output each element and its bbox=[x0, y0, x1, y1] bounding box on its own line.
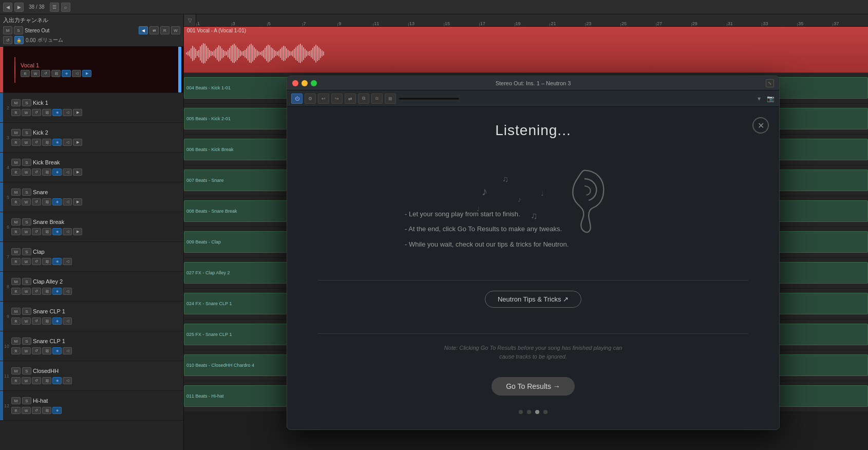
loop-btn[interactable]: ↺ bbox=[32, 407, 41, 414]
w-btn[interactable]: W bbox=[22, 347, 31, 354]
go-to-results-button[interactable]: Go To Results → bbox=[492, 377, 575, 396]
loop-btn[interactable]: ↺ bbox=[32, 198, 41, 205]
fx-btn[interactable]: ▶ bbox=[73, 228, 82, 235]
m-btn[interactable]: M bbox=[11, 338, 21, 345]
close-dot[interactable] bbox=[292, 80, 298, 86]
chain-btn[interactable]: ⛓ bbox=[51, 70, 61, 77]
list-view-btn[interactable]: ☰ bbox=[50, 3, 59, 12]
pan-btn[interactable]: ◁ bbox=[63, 377, 72, 384]
w-btn[interactable]: W bbox=[22, 377, 31, 384]
plugin-btn[interactable]: ◈ bbox=[52, 109, 62, 116]
s-btn[interactable]: S bbox=[22, 218, 31, 226]
plugin-btn[interactable]: ◈ bbox=[52, 317, 62, 325]
m-btn[interactable]: M bbox=[11, 367, 21, 374]
arrow-icon[interactable]: ▾ bbox=[754, 94, 764, 103]
m-btn[interactable]: M bbox=[11, 99, 21, 106]
pan-btn[interactable]: ◁ bbox=[63, 109, 72, 116]
w-btn[interactable]: W bbox=[22, 407, 31, 414]
redo-btn[interactable]: ↪ bbox=[331, 93, 343, 104]
r-btn[interactable]: R bbox=[11, 288, 21, 295]
neutron-tips-button[interactable]: Neutron Tips & Tricks ↗ bbox=[485, 291, 581, 308]
w-btn[interactable]: W bbox=[22, 288, 31, 295]
fx-btn[interactable]: ▶ bbox=[73, 109, 82, 116]
fx-btn[interactable]: ▶ bbox=[73, 139, 82, 146]
arrow-left-btn[interactable]: ◀ bbox=[3, 3, 12, 12]
loop-btn[interactable]: ↺ bbox=[32, 139, 41, 146]
page-dot-2[interactable] bbox=[527, 410, 531, 414]
pan-btn[interactable]: ◁ bbox=[63, 317, 72, 325]
loop-btn[interactable]: ↺ bbox=[32, 288, 41, 295]
m-btn[interactable]: M bbox=[3, 26, 12, 34]
w-btn[interactable]: W bbox=[22, 317, 31, 325]
m-btn[interactable]: M bbox=[11, 189, 21, 196]
chain-btn[interactable]: ⛓ bbox=[42, 228, 51, 235]
r-btn[interactable]: R bbox=[11, 347, 21, 354]
plugin-btn[interactable]: ◈ bbox=[52, 139, 62, 146]
neutron-dialog-close[interactable]: ✕ bbox=[752, 117, 769, 134]
loop-btn[interactable]: ↺ bbox=[32, 377, 41, 384]
plugin-btn[interactable]: ◈ bbox=[52, 258, 62, 265]
r-btn[interactable]: R bbox=[11, 228, 21, 235]
track-row[interactable]: Vocal 1 R W ↺ ⛓ ◈ ◁ ▶ bbox=[0, 47, 183, 93]
w-btn[interactable]: W bbox=[22, 168, 31, 176]
search-btn[interactable]: ⌕ bbox=[61, 3, 70, 12]
io-flip-btn[interactable]: ⇄ bbox=[149, 26, 159, 34]
r-btn[interactable]: R bbox=[11, 317, 21, 325]
m-btn[interactable]: M bbox=[11, 218, 21, 226]
paste-btn[interactable]: ⧈ bbox=[371, 93, 383, 104]
loop-btn[interactable]: ↺ bbox=[32, 317, 41, 325]
r-btn[interactable]: R bbox=[21, 70, 30, 77]
compare-btn[interactable]: ⇄ bbox=[345, 93, 356, 104]
pan-btn[interactable]: ◁ bbox=[63, 228, 72, 235]
track-row[interactable]: 8 M S Clap Alley 2 R W ↺ ⛓ ◈ ◁ bbox=[0, 272, 183, 302]
settings-btn[interactable]: ⚙ bbox=[305, 93, 316, 104]
resize-btn[interactable]: ⤡ bbox=[766, 79, 774, 87]
m-btn[interactable]: M bbox=[11, 397, 21, 404]
r-btn[interactable]: R bbox=[11, 109, 21, 116]
plugin-btn[interactable]: ◈ bbox=[52, 198, 62, 205]
r-btn[interactable]: R bbox=[11, 198, 21, 205]
chain-btn[interactable]: ⛓ bbox=[42, 317, 51, 325]
w-btn[interactable]: W bbox=[22, 198, 31, 205]
vol-reset-btn[interactable]: ↺ bbox=[3, 36, 12, 44]
m-btn[interactable]: M bbox=[11, 308, 21, 315]
chain-btn[interactable]: ⛓ bbox=[42, 168, 51, 176]
chain-btn[interactable]: ⛓ bbox=[42, 377, 51, 384]
loop-btn[interactable]: ↺ bbox=[32, 168, 41, 176]
io-w-btn[interactable]: W bbox=[171, 26, 180, 34]
filter-icon[interactable]: ▽ bbox=[184, 14, 196, 27]
m-btn[interactable]: M bbox=[11, 248, 21, 255]
loop-btn[interactable]: ↺ bbox=[32, 228, 41, 235]
page-dot-4[interactable] bbox=[543, 410, 548, 414]
undo-btn[interactable]: ↩ bbox=[318, 93, 329, 104]
io-r-btn[interactable]: R bbox=[160, 26, 169, 34]
pan-btn[interactable]: ◁ bbox=[72, 70, 81, 77]
plugin-btn[interactable]: ◈ bbox=[52, 347, 62, 354]
copy-btn[interactable]: ⧉ bbox=[358, 93, 369, 104]
plugin-btn[interactable]: ◈ bbox=[52, 407, 62, 414]
pan-btn[interactable]: ◁ bbox=[63, 258, 72, 265]
maximize-dot[interactable] bbox=[311, 80, 317, 86]
io-blue-btn1[interactable]: ◀ bbox=[139, 26, 148, 34]
r-btn[interactable]: R bbox=[11, 377, 21, 384]
track-row[interactable]: 9 M S Snare CLP 1 R W ↺ ⛓ ◈ ◁ bbox=[0, 302, 183, 331]
track-row[interactable]: 10 M S Snare CLP 1 R W ↺ ⛓ ◈ ◁ bbox=[0, 331, 183, 361]
vol-lock-btn[interactable]: 🔒 bbox=[14, 36, 24, 44]
minimize-dot[interactable] bbox=[301, 80, 308, 86]
s-btn[interactable]: S bbox=[22, 99, 31, 106]
m-btn[interactable]: M bbox=[11, 129, 21, 136]
pan-btn[interactable]: ◁ bbox=[63, 139, 72, 146]
w-btn[interactable]: W bbox=[22, 258, 31, 265]
track-row[interactable]: 4 M S Kick Break R W ↺ ⛓ ◈ ◁ ▶ bbox=[0, 153, 183, 182]
camera-icon[interactable]: 📷 bbox=[766, 94, 775, 103]
s-btn[interactable]: S bbox=[22, 248, 31, 255]
s-btn[interactable]: S bbox=[22, 278, 31, 285]
s-btn[interactable]: S bbox=[22, 397, 31, 404]
preset-display[interactable] bbox=[398, 97, 460, 100]
chain-btn[interactable]: ⛓ bbox=[42, 258, 51, 265]
track-row[interactable]: 3 M S Kick 2 R W ↺ ⛓ ◈ ◁ ▶ bbox=[0, 123, 183, 153]
loop-btn[interactable]: ↺ bbox=[41, 70, 50, 77]
track-row[interactable]: 6 M S Snare Break R W ↺ ⛓ ◈ ◁ ▶ bbox=[0, 212, 183, 242]
extra-btn[interactable]: ⊞ bbox=[385, 93, 396, 104]
pan-btn[interactable]: ◁ bbox=[63, 168, 72, 176]
